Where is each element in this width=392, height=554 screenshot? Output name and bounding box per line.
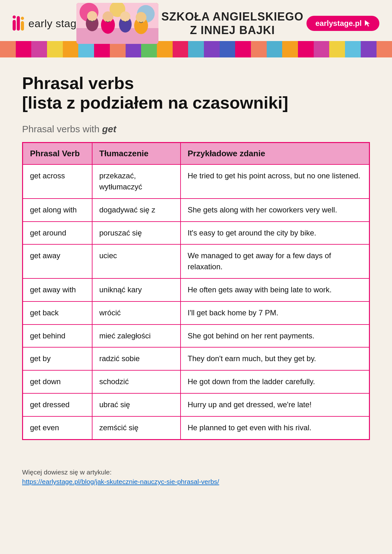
header-photo — [76, 3, 158, 44]
banner-segment — [188, 41, 204, 57]
website-badge[interactable]: earlystage.pl — [306, 16, 379, 31]
banner-segment — [157, 41, 173, 57]
table-cell-verb: get along with — [23, 199, 92, 222]
table-cell-verb: get behind — [23, 325, 92, 348]
banner-segment — [47, 41, 63, 57]
table-cell-example: He planned to get even with his rival. — [181, 416, 370, 439]
table-cell-verb: get across — [23, 164, 92, 199]
page-title: Phrasal verbs [lista z podziałem na czas… — [22, 73, 370, 112]
table-cell-translation: ubrać się — [92, 393, 181, 416]
banner-segment — [377, 41, 392, 57]
banner-segment — [267, 41, 282, 57]
table-row: get downschodzićHe got down from the lad… — [23, 370, 370, 393]
page-subtitle: Phrasal verbs with get — [22, 124, 370, 134]
table-cell-verb: get around — [23, 222, 92, 245]
banner-segment — [31, 41, 47, 57]
table-row: get acrossprzekazać, wytłumaczyćHe tried… — [23, 164, 370, 199]
table-cell-translation: przekazać, wytłumaczyć — [92, 164, 181, 199]
banner-segment — [361, 41, 377, 57]
banner-segment — [345, 41, 361, 57]
table-row: get backwrócićI'll get back home by 7 PM… — [23, 301, 370, 325]
table-row: get byradzić sobieThey don't earn much, … — [23, 347, 370, 370]
table-cell-example: He often gets away with being late to wo… — [181, 278, 370, 301]
color-banner — [0, 41, 392, 57]
table-cell-translation: zemścić się — [92, 416, 181, 439]
table-cell-translation: schodzić — [92, 370, 181, 393]
col-header-verb: Phrasal Verb — [23, 143, 92, 165]
svg-point-12 — [136, 12, 146, 23]
main-content: Phrasal verbs [lista z podziałem na czas… — [0, 57, 392, 459]
page-header: early stage — [0, 0, 392, 41]
table-row: get awayuciecWe managed to get away for … — [23, 244, 370, 278]
school-title-area: SZKOŁA ANGIELSKIEGO Z INNEJ BAJKI — [161, 10, 303, 37]
banner-segment — [298, 41, 314, 57]
banner-segment — [173, 41, 188, 57]
svg-point-6 — [87, 11, 97, 21]
footer-link[interactable]: https://earlystage.pl/blog/jak-skuteczni… — [22, 478, 219, 485]
banner-segment — [329, 41, 345, 57]
banner-segment — [16, 41, 32, 57]
table-cell-example: She gets along with her coworkers very w… — [181, 199, 370, 222]
table-header-row: Phrasal Verb Tłumaczenie Przykładowe zda… — [23, 143, 370, 165]
school-title: SZKOŁA ANGIELSKIEGO Z INNEJ BAJKI — [161, 10, 303, 37]
banner-segment — [251, 41, 267, 57]
banner-segment — [314, 41, 330, 57]
banner-segment — [204, 41, 220, 57]
svg-point-8 — [103, 11, 113, 22]
table-cell-example: Hurry up and get dressed, we're late! — [181, 393, 370, 416]
table-cell-verb: get away with — [23, 278, 92, 301]
svg-point-10 — [120, 11, 130, 21]
table-cell-translation: uniknąć kary — [92, 278, 181, 301]
table-row: get along withdogadywać się zShe gets al… — [23, 199, 370, 222]
logo-text: early stage — [28, 17, 83, 30]
table-cell-example: She got behind on her rent payments. — [181, 325, 370, 348]
table-cell-verb: get by — [23, 347, 92, 370]
banner-segment — [220, 41, 235, 57]
col-header-example: Przykładowe zdanie — [181, 143, 370, 165]
cursor-icon — [364, 20, 371, 27]
table-cell-example: They don't earn much, but they get by. — [181, 347, 370, 370]
table-cell-translation: radzić sobie — [92, 347, 181, 370]
phrasal-verbs-table: Phrasal Verb Tłumaczenie Przykładowe zda… — [22, 142, 370, 440]
table-cell-translation: mieć zaległości — [92, 325, 181, 348]
table-cell-example: He got down from the ladder carefully. — [181, 370, 370, 393]
table-row: get dressedubrać sięHurry up and get dre… — [23, 393, 370, 416]
table-cell-translation: uciec — [92, 244, 181, 278]
table-cell-verb: get away — [23, 244, 92, 278]
logo-area: early stage — [13, 16, 83, 31]
table-cell-verb: get down — [23, 370, 92, 393]
table-cell-verb: get even — [23, 416, 92, 439]
table-cell-example: He tried to get his point across, but no… — [181, 164, 370, 199]
table-cell-translation: poruszać się — [92, 222, 181, 245]
table-row: get away withuniknąć karyHe often gets a… — [23, 278, 370, 301]
table-cell-example: We managed to get away for a few days of… — [181, 244, 370, 278]
table-row: get behindmieć zaległościShe got behind … — [23, 325, 370, 348]
table-cell-verb: get back — [23, 301, 92, 325]
logo-icon — [13, 16, 24, 31]
table-cell-translation: dogadywać się z — [92, 199, 181, 222]
table-row: get evenzemścić sięHe planned to get eve… — [23, 416, 370, 439]
table-row: get aroundporuszać sięIt's easy to get a… — [23, 222, 370, 245]
banner-segment — [235, 41, 251, 57]
footer-area: Więcej dowiesz się w artykule: https://e… — [0, 459, 392, 498]
table-cell-verb: get dressed — [23, 393, 92, 416]
table-cell-example: It's easy to get around the city by bike… — [181, 222, 370, 245]
footer-note: Więcej dowiesz się w artykule: — [22, 468, 370, 476]
people-illustration — [76, 3, 158, 44]
banner-segment — [0, 41, 16, 57]
col-header-trans: Tłumaczenie — [92, 143, 181, 165]
table-cell-translation: wrócić — [92, 301, 181, 325]
banner-segment — [282, 41, 298, 57]
table-cell-example: I'll get back home by 7 PM. — [181, 301, 370, 325]
